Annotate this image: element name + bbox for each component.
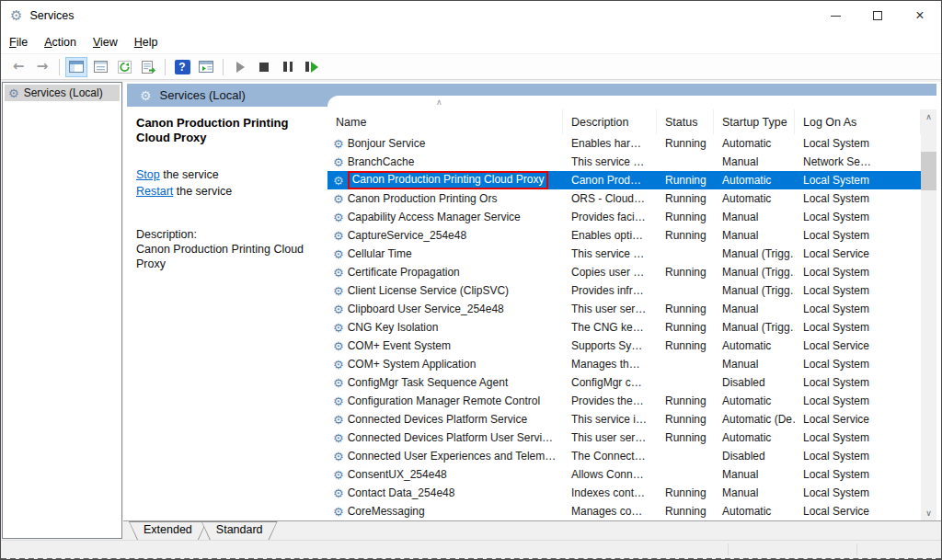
service-description-cell: ConfigMgr c… <box>563 376 657 389</box>
service-row[interactable]: ⚙Clipboard User Service_254e48This user … <box>327 300 921 318</box>
services-node-icon: ⚙ <box>8 87 19 99</box>
service-row[interactable]: ⚙COM+ Event SystemSupports Sy…RunningAut… <box>327 337 921 355</box>
scroll-up-icon[interactable]: ∧ <box>921 109 936 124</box>
menu-help[interactable]: Help <box>126 32 167 52</box>
stop-service-button[interactable] <box>253 57 275 77</box>
service-row[interactable]: ⚙Bonjour ServiceEnables har…RunningAutom… <box>327 134 921 153</box>
service-description-cell: Indexes cont… <box>563 486 657 499</box>
service-startup-type-cell: Manual (Trigg… <box>714 266 795 279</box>
vertical-scrollbar[interactable]: ∧ ∨ <box>921 109 936 520</box>
service-row[interactable]: ⚙Canon Production Printing Cloud ProxyCa… <box>327 171 921 189</box>
menu-file[interactable]: File <box>1 32 36 52</box>
scroll-down-icon[interactable]: ∨ <box>921 506 936 520</box>
restart-service-text: the service <box>173 185 232 198</box>
service-logon-cell: Local System <box>795 137 921 150</box>
column-header-description[interactable]: Description <box>563 109 657 134</box>
forward-arrow-icon: → <box>37 60 49 74</box>
maximize-button[interactable] <box>856 1 899 30</box>
service-startup-type-cell: Disabled <box>714 450 795 463</box>
stop-service-link[interactable]: Stop <box>136 168 160 181</box>
column-header-startup-type[interactable]: Startup Type <box>714 109 795 134</box>
menu-action[interactable]: Action <box>36 32 85 52</box>
restart-service-link[interactable]: Restart <box>136 185 173 198</box>
export-list-button[interactable] <box>137 57 159 77</box>
service-startup-type-cell: Automatic <box>714 192 795 205</box>
maximize-icon <box>873 11 882 20</box>
console-tree-icon <box>69 61 84 73</box>
properties-button[interactable] <box>89 57 111 77</box>
service-description-cell: Manages th… <box>563 358 657 371</box>
start-service-button[interactable] <box>229 57 251 77</box>
restart-service-line: Restart the service <box>136 183 318 200</box>
service-gear-icon: ⚙ <box>333 248 344 260</box>
service-row[interactable]: ⚙Capability Access Manager ServiceProvid… <box>327 208 921 226</box>
service-startup-type-cell: Manual <box>714 211 795 223</box>
service-logon-cell: Local Service <box>795 339 921 352</box>
restart-service-button[interactable] <box>301 57 323 77</box>
show-console-tree-button[interactable] <box>65 57 87 77</box>
menu-view[interactable]: View <box>85 32 126 52</box>
service-description-cell: This service … <box>563 247 657 260</box>
help-button[interactable]: ? <box>171 57 193 77</box>
service-logon-cell: Local System <box>795 394 921 407</box>
service-logon-cell: Local System <box>795 229 921 242</box>
service-name: COM+ System Application <box>348 358 477 371</box>
tab-extended[interactable]: Extended <box>129 521 207 540</box>
service-startup-type-cell: Manual (Trigg… <box>714 284 795 297</box>
column-header-status[interactable]: Status <box>657 109 714 134</box>
title-bar: ⚙ Services × <box>1 1 941 30</box>
show-action-pane-button[interactable] <box>195 57 217 77</box>
service-row[interactable]: ⚙Connected User Experiences and Telem…Th… <box>327 447 921 465</box>
service-status-cell: Running <box>657 229 714 242</box>
service-row[interactable]: ⚙ConfigMgr Task Sequence AgentConfigMgr … <box>327 373 921 392</box>
action-pane-icon <box>199 61 213 73</box>
refresh-icon <box>118 61 132 74</box>
service-startup-type-cell: Manual <box>714 486 795 499</box>
forward-button[interactable]: → <box>31 57 53 77</box>
back-button[interactable]: ← <box>7 57 29 77</box>
service-startup-type-cell: Automatic <box>714 505 795 518</box>
back-arrow-icon: ← <box>13 60 25 74</box>
pause-icon <box>283 62 293 72</box>
service-startup-type-cell: Manual (Trigg… <box>714 321 795 334</box>
service-startup-type-cell: Manual <box>714 358 795 371</box>
minimize-button[interactable] <box>814 1 856 30</box>
service-row[interactable]: ⚙Connected Devices Platform User Servi…T… <box>327 429 921 447</box>
service-name: Certificate Propagation <box>348 266 460 279</box>
service-row[interactable]: ⚙Connected Devices Platform ServiceThis … <box>327 410 921 429</box>
service-row[interactable]: ⚙Contact Data_254e48Indexes cont…Running… <box>327 484 921 502</box>
tab-label: Standard <box>201 521 278 536</box>
service-name-cell: ⚙CoreMessaging <box>327 505 563 518</box>
close-button[interactable]: × <box>899 1 941 30</box>
column-header-log-on-as[interactable]: Log On As <box>795 109 921 134</box>
service-row[interactable]: ⚙Configuration Manager Remote ControlPro… <box>327 392 921 410</box>
service-name: Capability Access Manager Service <box>348 211 521 223</box>
service-row[interactable]: ⚙CaptureService_254e48Enables opti…Runni… <box>327 226 921 245</box>
service-row[interactable]: ⚙CNG Key IsolationThe CNG ke…RunningManu… <box>327 318 921 337</box>
service-gear-icon: ⚙ <box>333 138 344 150</box>
column-header-name[interactable]: Name <box>327 109 563 134</box>
service-row[interactable]: ⚙CoreMessagingManages co…RunningAutomati… <box>327 502 921 518</box>
service-description-cell: Provides the… <box>563 394 657 407</box>
refresh-button[interactable] <box>113 57 135 77</box>
scrollbar-thumb[interactable] <box>921 152 936 190</box>
tree-item-services-local[interactable]: ⚙ Services (Local) <box>5 85 120 101</box>
service-row[interactable]: ⚙COM+ System ApplicationManages th…Manua… <box>327 355 921 373</box>
service-name: Cellular Time <box>348 247 412 260</box>
service-status-cell: Running <box>657 303 714 315</box>
tab-standard[interactable]: Standard <box>201 521 278 540</box>
service-row[interactable]: ⚙Canon Production Printing OrsORS - Clou… <box>327 189 921 208</box>
service-logon-cell: Local System <box>795 174 921 187</box>
service-description-cell: Provides faci… <box>563 211 657 223</box>
services-pane: ⚙ Services (Local) Canon Production Prin… <box>123 82 942 520</box>
pause-service-button[interactable] <box>277 57 299 77</box>
service-gear-icon: ⚙ <box>333 451 344 463</box>
service-name-cell: ⚙Bonjour Service <box>327 137 563 150</box>
service-row[interactable]: ⚙Certificate PropagationCopies user …Run… <box>327 263 921 281</box>
highlighted-service-name: Canon Production Printing Cloud Proxy <box>348 171 549 189</box>
stop-service-text: the service <box>160 168 219 181</box>
service-row[interactable]: ⚙Cellular TimeThis service …Manual (Trig… <box>327 245 921 263</box>
service-row[interactable]: ⚙BranchCacheThis service …ManualNetwork … <box>327 153 921 171</box>
service-row[interactable]: ⚙ConsentUX_254e48Allows Conn…ManualLocal… <box>327 465 921 484</box>
service-row[interactable]: ⚙Client License Service (ClipSVC)Provide… <box>327 281 921 300</box>
